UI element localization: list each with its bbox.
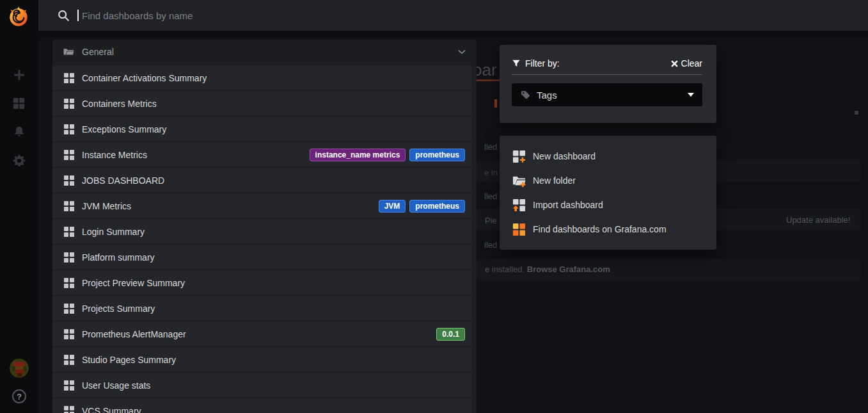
background-installed-text: e installed. Browse Grafana.com [485,264,610,274]
menu-item-new-dashboard[interactable]: New dashboard [500,144,716,168]
folder-section-general[interactable]: General [52,40,477,64]
dashboard-title: JOBS DASHBOARD [82,175,164,186]
help-icon[interactable]: ? [12,389,26,403]
dashboard-row[interactable]: Instance Metrics instance_name metrics p… [52,143,471,166]
search-input[interactable] [81,10,493,22]
dashboard-row[interactable]: Platform summary [52,245,471,269]
dashboard-icon [64,406,74,413]
dashboard-icon [64,227,74,237]
tag-badge[interactable]: instance_name metrics [310,149,406,161]
dashboard-title: Containers Metrics [82,99,157,109]
funnel-icon [512,59,521,68]
chevron-down-icon[interactable] [456,46,468,58]
tag-badge[interactable]: prometheus [409,149,465,161]
dashboard-icon [64,175,74,186]
caret-down-icon [688,93,694,97]
dashboard-row[interactable]: Project Preview Summary [52,271,471,295]
dashboard-icon [64,329,74,339]
filter-title: Filter by: [525,58,560,69]
dashboard-icon [64,304,74,314]
dashboard-actions-menu: New dashboard New folder [500,136,716,250]
background-row-fragment: lled [484,240,497,250]
dashboard-row[interactable]: JOBS DASHBOARD [52,168,471,192]
clear-filters-button[interactable]: Clear [671,58,702,69]
new-dashboard-icon [512,150,526,163]
background-row-fragment: Pie [485,216,497,225]
new-folder-icon [512,174,526,188]
background-row-fragment: e in [484,168,498,177]
menu-item-label: Import dashboard [533,200,603,210]
dashboard-title: VCS Summary [82,406,141,413]
dashboard-title: Studio Pages Summary [82,355,176,365]
dashboard-icon [64,73,74,83]
dashboard-row[interactable]: Login Summary [52,220,471,243]
folder-label: General [82,47,114,57]
filter-panel: Filter by: Clear Tags [500,45,716,123]
tags-select-value: Tags [537,90,557,101]
dashboard-row[interactable]: Exceptions Summary [52,117,471,141]
dashboard-row[interactable]: VCS Summary [52,399,471,413]
menu-item-label: New dashboard [533,151,596,161]
dashboard-icon [64,278,74,288]
search-topbar [38,0,868,31]
clear-label: Clear [681,58,702,69]
topbar-divider [38,31,868,37]
tag-list: instance_name metrics prometheus [310,149,471,161]
menu-item-find-dashboards-grafana-com[interactable]: Find dashboards on Grafana.com [500,217,716,241]
dashboard-row[interactable]: Projects Summary [52,296,471,320]
search-icon [56,8,70,22]
settings-gear-icon[interactable] [12,154,26,170]
background-browse-link: Browse Grafana.com [527,264,610,274]
dashboard-icon [64,380,74,391]
background-row-fragment: lled [484,191,497,201]
background-installed-fragment: e installed. [485,264,527,274]
dashboard-title: User Usage stats [82,380,150,391]
side-menu: ? [0,0,38,413]
background-external-link-icon [855,111,858,115]
dashboard-icon [64,201,74,211]
import-dashboard-icon [512,198,526,212]
tag-badge[interactable]: prometheus [409,200,465,213]
background-accent-fragment [494,99,497,108]
text-cursor [77,10,79,21]
tags-filter-select[interactable]: Tags [512,83,702,106]
dashboard-title: Exceptions Summary [82,124,166,134]
tag-list: 0.0.1 [436,328,471,341]
dashboard-row[interactable]: Container Activations Summary [52,66,471,90]
menu-item-label: New folder [533,175,576,186]
dashboard-icon [64,355,74,365]
grafana-logo[interactable] [6,4,31,31]
dashboard-icon [64,124,74,134]
grafana-com-grid-icon [512,223,526,236]
alerts-bell-icon[interactable] [12,125,26,142]
dashboard-icon [64,252,74,263]
filter-header: Filter by: Clear [512,58,702,75]
tag-badge[interactable]: 0.0.1 [436,328,465,341]
tag-icon [520,90,531,101]
dashboard-row[interactable]: JVM Metrics JVM prometheus [52,194,471,218]
dashboard-title: Instance Metrics [82,150,147,160]
dashboards-grid-icon[interactable] [12,96,26,113]
background-update-badge: Update available! [786,215,850,225]
dashboard-title: Project Preview Summary [82,278,185,288]
x-icon [671,60,678,67]
dashboard-title: Login Summary [82,227,145,237]
plus-icon[interactable] [12,67,27,85]
dashboard-row[interactable]: Prometheus AlertManager 0.0.1 [52,322,471,346]
tag-list: JVM prometheus [379,200,471,213]
dashboard-title: Projects Summary [82,304,155,314]
grafana-app: oar lled e in lled Pie lled e installed.… [0,0,868,413]
dashboard-title: Platform summary [82,252,155,263]
user-avatar[interactable] [10,359,29,380]
dashboard-row[interactable]: Studio Pages Summary [52,348,471,371]
search-results-panel: General Container Activations Summary Co… [52,40,477,413]
menu-item-label: Find dashboards on Grafana.com [533,224,667,234]
folder-open-icon [63,46,75,58]
menu-item-new-folder[interactable]: New folder [500,168,716,193]
dashboard-icon [64,150,74,160]
dashboard-title: Prometheus AlertManager [82,329,186,339]
menu-item-import-dashboard[interactable]: Import dashboard [500,193,716,217]
tag-badge[interactable]: JVM [379,200,406,213]
dashboard-row[interactable]: Containers Metrics [52,92,471,115]
dashboard-row[interactable]: User Usage stats [52,373,471,397]
